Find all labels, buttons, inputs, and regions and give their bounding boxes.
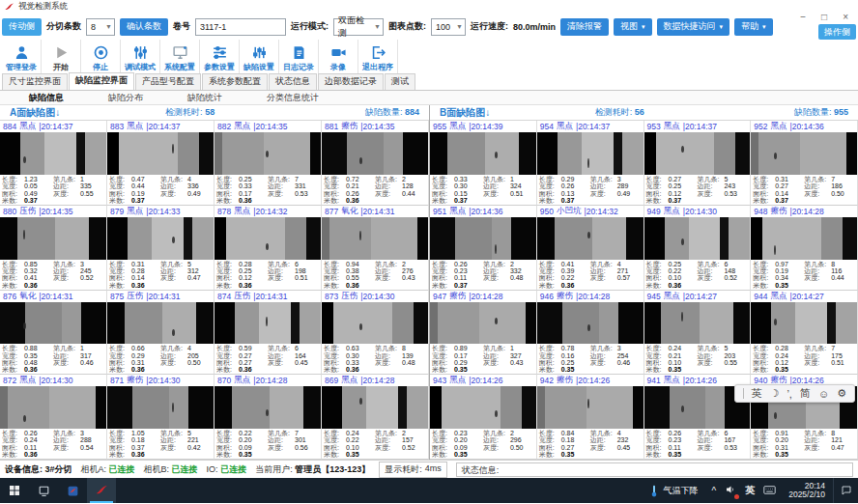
defect-cell[interactable]: 953 黑点 |20:14:37 长度:0.27宽度:0.25面积:0.12米数… [644,121,752,206]
defect-cell[interactable]: 874 压伤 |20:14:31 长度:0.59宽度:0.27面积:0.27米数… [214,291,322,376]
subtab-defect-distribution[interactable]: 缺陷分布 [108,92,143,104]
gear-icon[interactable]: ⚙ [837,387,846,400]
defect-thumbnail[interactable] [0,132,106,175]
volume-button[interactable] [725,484,736,497]
inspection-app-button[interactable] [87,478,116,503]
confirm-count-button[interactable]: 确认条数 [120,18,168,36]
tab-status-info[interactable]: 状态信息 [269,73,317,90]
run-mode-select[interactable]: 双面检测 ▼ [333,18,384,36]
defect-thumbnail[interactable] [107,132,214,175]
defect-cell[interactable]: 882 黑点 |20:14:35 长度:0.25宽度:0.33面积:0.17米数… [214,121,322,206]
defect-cell[interactable]: 879 黑点 |20:14:33 长度:0.31宽度:0.28面积:0.14米数… [107,206,214,291]
defect-cell[interactable]: 883 黑点 |20:14:37 长度:0.47宽度:0.44面积:0.19米数… [107,121,214,206]
defect-thumbnail[interactable] [430,132,536,175]
defect-cell[interactable]: 875 压伤 |20:14:31 长度:0.66宽度:0.29面积:0.31米数… [107,291,214,376]
defect-cell[interactable]: 881 擦伤 |20:14:35 长度:0.72宽度:0.21面积:0.26米数… [322,121,429,206]
defect-thumbnail[interactable] [644,132,751,175]
tab-edge-data-record[interactable]: 边部数据记录 [318,73,384,90]
defect-thumbnail[interactable] [214,302,321,345]
defect-thumbnail[interactable] [0,302,106,345]
moon-icon[interactable]: ☽ [770,387,780,400]
defect-cell[interactable]: 952 黑点 |20:14:36 长度:0.31宽度:0.27面积:0.14米数… [751,121,858,206]
defect-thumbnail[interactable] [751,217,857,260]
defect-thumbnail[interactable] [537,386,644,429]
tab-defect-monitor[interactable]: 缺陷监控界面 [69,72,134,90]
defect-cell[interactable]: 944 黑点 |20:14:27 长度:0.28宽度:0.24面积:0.12米数… [751,291,858,376]
subtab-defect-statistics[interactable]: 缺陷统计 [187,92,222,104]
taskbar-clock[interactable]: 20:14 2025/2/10 [788,482,825,500]
defect-thumbnail[interactable] [430,386,536,429]
debug-mode-button[interactable]: 调试模式 [121,40,160,76]
defect-thumbnail[interactable] [0,386,106,429]
parameter-settings-button[interactable]: 参数设置 [200,40,240,76]
defect-cell[interactable]: 954 黑点 |20:14:37 长度:0.29宽度:0.26面积:0.13米数… [537,121,644,206]
ime-drag-handle[interactable] [743,388,744,399]
subtab-class-info-statistics[interactable]: 分类信息统计 [267,92,319,104]
defect-cell[interactable]: 945 黑点 |20:14:27 长度:0.24宽度:0.21面积:0.10米数… [644,291,752,376]
view-menu-button[interactable]: 视图 [614,18,652,36]
touch-keyboard-button[interactable] [763,485,776,497]
simplified-toggle[interactable]: 简 [800,386,811,401]
defect-cell[interactable]: 955 黑点 |20:14:39 长度:0.33宽度:0.30面积:0.15米数… [430,121,537,206]
defect-cell[interactable]: 872 黑点 |20:14:30 长度:0.26宽度:0.24面积:0.11米数… [0,375,107,460]
defect-cell[interactable]: 878 黑点 |20:14:32 长度:0.28宽度:0.25面积:0.12米数… [214,206,322,291]
pinned-app-button[interactable] [58,478,87,503]
weather-widget[interactable]: 气温下降 [649,485,698,497]
tab-system-param-config[interactable]: 系统参数配置 [202,73,268,90]
defect-cell[interactable]: 949 黑点 |20:14:30 长度:0.25宽度:0.22面积:0.10米数… [644,206,752,291]
tab-test[interactable]: 测试 [385,73,415,90]
defect-thumbnail[interactable] [537,132,644,175]
defect-thumbnail[interactable] [644,302,751,345]
punctuation-toggle[interactable]: ’, [786,388,792,400]
defect-thumbnail[interactable] [107,217,214,260]
start-button[interactable]: 开始 [42,40,81,76]
defect-cell[interactable]: 884 黑点 |20:14:37 长度:1.23宽度:0.05面积:0.49米数… [0,121,107,206]
defect-thumbnail[interactable] [107,302,214,345]
tray-expand-button[interactable]: ^ [711,486,716,496]
admin-login-button[interactable]: 管理登录 [2,40,42,76]
defect-thumbnail[interactable] [537,217,644,260]
defect-thumbnail[interactable] [214,386,321,429]
panel-a-title[interactable]: A面缺陷图↓ [10,106,165,120]
slit-count-select[interactable]: 8 ▼ [86,18,115,36]
defect-thumbnail[interactable] [322,132,428,175]
task-view-button[interactable] [29,478,58,503]
defect-cell[interactable]: 943 黑点 |20:14:26 长度:0.23宽度:0.20面积:0.09米数… [430,375,537,460]
defect-thumbnail[interactable] [107,386,214,429]
defect-cell[interactable]: 873 压伤 |20:14:30 长度:0.63宽度:0.30面积:0.33米数… [322,291,429,376]
exit-program-button[interactable]: 退出程序 [358,40,398,76]
ime-language-button[interactable]: 英 [745,484,755,497]
defect-cell[interactable]: 880 压伤 |20:14:35 长度:0.85宽度:0.32面积:0.41米数… [0,206,107,291]
defect-thumbnail[interactable] [322,386,428,429]
defect-cell[interactable]: 870 黑点 |20:14:28 长度:0.22宽度:0.20面积:0.09米数… [214,375,322,460]
defect-cell[interactable]: 869 黑点 |20:14:28 长度:0.24宽度:0.22面积:0.10米数… [322,375,429,460]
roll-number-input[interactable] [195,18,286,36]
defect-thumbnail[interactable] [322,217,428,260]
start-button[interactable] [0,478,29,503]
close-button[interactable]: × [843,13,848,22]
defect-settings-button[interactable]: 缺陷设置 [240,40,279,76]
system-config-button[interactable]: 系统配置 [160,40,200,76]
defect-cell[interactable]: 942 擦伤 |20:14:26 长度:0.84宽度:0.18面积:0.27米数… [537,375,644,460]
defect-thumbnail[interactable] [537,302,644,345]
defect-cell[interactable]: 950 小凹坑 |20:14:32 长度:0.41宽度:0.39面积:0.22米… [537,206,644,291]
operate-side-button[interactable]: 操作侧 [818,24,856,40]
defect-thumbnail[interactable] [214,132,321,175]
data-quick-access-button[interactable]: 数据快捷访问 [657,18,730,36]
defect-cell[interactable]: 947 擦伤 |20:14:28 长度:0.89宽度:0.17面积:0.29米数… [430,291,537,376]
defect-thumbnail[interactable] [430,302,536,345]
log-record-button[interactable]: 日志记录 [279,40,319,76]
clear-alarm-button[interactable]: 清除报警 [560,18,609,36]
help-menu-button[interactable]: 帮助 [734,18,773,36]
defect-cell[interactable]: 871 擦伤 |20:14:30 长度:1.05宽度:0.18面积:0.37米数… [107,375,214,460]
defect-cell[interactable]: 948 擦伤 |20:14:28 长度:0.97宽度:0.19面积:0.34米数… [751,206,858,291]
record-video-button[interactable]: 录像 [319,40,358,76]
defect-cell[interactable]: 877 氧化 |20:14:31 长度:0.94宽度:0.38面积:0.55米数… [322,206,429,291]
defect-thumbnail[interactable] [751,132,857,175]
defect-thumbnail[interactable] [644,217,751,260]
defect-thumbnail[interactable] [214,217,321,260]
drive-side-button[interactable]: 传动侧 [2,18,42,36]
defect-thumbnail[interactable] [751,302,857,345]
action-center-button[interactable] [833,478,858,503]
emoji-icon[interactable]: ☺ [818,388,829,400]
